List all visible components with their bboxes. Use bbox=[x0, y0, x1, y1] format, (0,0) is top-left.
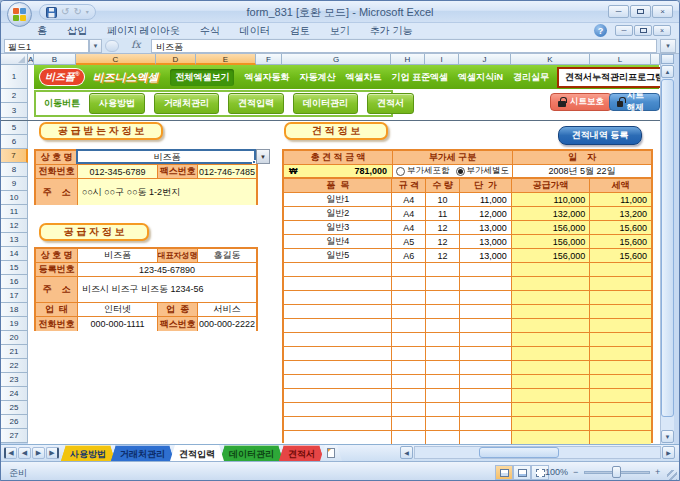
items-cell-qty[interactable] bbox=[426, 389, 460, 403]
supplier-biz-item-cell[interactable]: 서비스 bbox=[198, 303, 256, 317]
sheet-tab[interactable]: 견적입력 bbox=[170, 445, 224, 461]
formula-input[interactable]: 비즈폼 bbox=[151, 39, 657, 53]
items-cell-item[interactable] bbox=[284, 403, 392, 417]
formula-bar-expand-icon[interactable]: ▾ bbox=[660, 39, 676, 53]
row-header[interactable]: 22 bbox=[1, 359, 28, 373]
items-cell-qty[interactable] bbox=[426, 305, 460, 319]
move-button[interactable]: 거래처관리 bbox=[154, 93, 219, 114]
radio-selected-icon[interactable] bbox=[456, 167, 465, 176]
page-layout-view-icon[interactable] bbox=[513, 465, 531, 480]
customer-address-cell[interactable]: ○○시 ○○구 ○○동 1-2번지 bbox=[78, 179, 256, 205]
items-cell-qty[interactable] bbox=[426, 417, 460, 431]
items-cell-qty[interactable]: 12 bbox=[426, 235, 460, 249]
items-cell-tax[interactable]: 13,200 bbox=[590, 207, 651, 221]
active-cell-selection[interactable] bbox=[76, 149, 256, 164]
ribbon-tab[interactable]: 페이지 레이아웃 bbox=[97, 23, 190, 38]
items-cell-item[interactable] bbox=[284, 263, 392, 277]
items-cell-tax[interactable] bbox=[590, 291, 651, 305]
ribbon-tab[interactable]: 추가 기능 bbox=[360, 23, 423, 38]
row-header[interactable]: 20 bbox=[1, 331, 28, 345]
move-button[interactable]: 사용방법 bbox=[89, 93, 145, 114]
workbook-minimize-button[interactable]: ─ bbox=[615, 25, 633, 36]
items-cell-supply_amount[interactable] bbox=[512, 319, 591, 333]
row-header[interactable]: 3 bbox=[1, 103, 28, 118]
row-header[interactable]: 11 bbox=[1, 205, 28, 219]
horizontal-scrollbar[interactable]: ◀ ▶ bbox=[400, 446, 675, 459]
banner-menu-item[interactable]: 자동계산 bbox=[299, 71, 335, 84]
items-cell-spec[interactable]: A5 bbox=[392, 235, 426, 249]
items-cell-spec[interactable] bbox=[392, 333, 426, 347]
row-header[interactable]: 12 bbox=[1, 219, 28, 233]
items-cell-unit_price[interactable] bbox=[460, 417, 512, 431]
banner-menu-item[interactable]: 기업 표준엑셀 bbox=[391, 71, 448, 84]
items-cell-spec[interactable] bbox=[392, 361, 426, 375]
items-cell-unit_price[interactable] bbox=[460, 305, 512, 319]
items-cell-item[interactable] bbox=[284, 319, 392, 333]
items-cell-tax[interactable] bbox=[590, 347, 651, 361]
items-cell-spec[interactable] bbox=[392, 277, 426, 291]
items-cell-unit_price[interactable] bbox=[460, 347, 512, 361]
items-cell-spec[interactable] bbox=[392, 263, 426, 277]
items-cell-unit_price[interactable] bbox=[460, 291, 512, 305]
row-header[interactable]: 9 bbox=[1, 177, 28, 191]
items-cell-tax[interactable] bbox=[590, 431, 651, 444]
select-all-corner[interactable] bbox=[1, 54, 28, 65]
items-cell-qty[interactable]: 12 bbox=[426, 249, 460, 263]
items-cell-spec[interactable] bbox=[392, 347, 426, 361]
last-sheet-icon[interactable]: ▶ bbox=[46, 447, 59, 459]
items-cell-tax[interactable] bbox=[590, 375, 651, 389]
row-header[interactable]: 24 bbox=[1, 387, 28, 401]
items-cell-supply_amount[interactable] bbox=[512, 375, 591, 389]
vat-radio-option[interactable]: 부가세포함 bbox=[396, 165, 450, 177]
items-cell-qty[interactable] bbox=[426, 333, 460, 347]
banner-menu-item[interactable]: 엑셀차트 bbox=[345, 71, 381, 84]
sheet-tab[interactable]: 거래처관리 bbox=[111, 445, 174, 461]
zoom-in-icon[interactable]: + bbox=[655, 467, 660, 477]
items-cell-qty[interactable] bbox=[426, 431, 460, 444]
row-header[interactable]: 23 bbox=[1, 373, 28, 387]
resize-grip[interactable] bbox=[667, 470, 677, 480]
supplier-name-cell[interactable]: 비즈폼 bbox=[78, 249, 158, 263]
items-cell-item[interactable] bbox=[284, 431, 392, 444]
row-header[interactable]: 1 bbox=[1, 65, 28, 89]
row-header[interactable]: 14 bbox=[1, 247, 28, 261]
row-header[interactable]: 5 bbox=[1, 121, 28, 135]
items-cell-spec[interactable]: A6 bbox=[392, 249, 426, 263]
items-cell-item[interactable] bbox=[284, 417, 392, 431]
prev-sheet-icon[interactable]: ◀ bbox=[18, 447, 31, 459]
items-cell-qty[interactable]: 12 bbox=[426, 221, 460, 235]
minimize-button[interactable]: ─ bbox=[608, 5, 629, 18]
row-header[interactable]: 2 bbox=[1, 89, 28, 103]
scroll-down-icon[interactable]: ▼ bbox=[661, 430, 674, 443]
column-header[interactable]: D bbox=[156, 54, 196, 65]
ribbon-tab[interactable]: 수식 bbox=[190, 23, 230, 38]
items-cell-item[interactable]: 일반4 bbox=[284, 235, 392, 249]
name-box-dropdown-icon[interactable]: ▼ bbox=[89, 39, 102, 53]
supplier-address-cell[interactable]: 비즈시 비즈구 비즈동 1234-56 bbox=[78, 277, 256, 303]
normal-view-icon[interactable] bbox=[495, 465, 513, 480]
vertical-scroll-thumb[interactable] bbox=[661, 79, 674, 417]
items-cell-tax[interactable] bbox=[590, 333, 651, 347]
row-header[interactable]: 7 bbox=[1, 149, 28, 163]
items-cell-unit_price[interactable]: 13,000 bbox=[460, 235, 512, 249]
items-cell-qty[interactable] bbox=[426, 403, 460, 417]
items-cell-supply_amount[interactable] bbox=[512, 305, 591, 319]
items-cell-spec[interactable] bbox=[392, 417, 426, 431]
column-header[interactable]: B bbox=[34, 54, 76, 65]
ribbon-tab[interactable]: 홈 bbox=[27, 23, 57, 38]
supplier-ceo-cell[interactable]: 홍길동 bbox=[198, 249, 256, 263]
items-cell-spec[interactable] bbox=[392, 305, 426, 319]
workbook-close-button[interactable]: × bbox=[653, 25, 671, 36]
items-cell-tax[interactable]: 11,000 bbox=[590, 193, 651, 207]
sheet-tab[interactable]: 사용방법 bbox=[61, 445, 115, 461]
column-header[interactable] bbox=[651, 54, 660, 65]
items-cell-unit_price[interactable]: 13,000 bbox=[460, 221, 512, 235]
items-cell-supply_amount[interactable] bbox=[512, 347, 591, 361]
scroll-right-icon[interactable]: ▶ bbox=[662, 446, 675, 459]
first-sheet-icon[interactable]: ◀ bbox=[4, 447, 17, 459]
items-cell-item[interactable] bbox=[284, 305, 392, 319]
supplier-biz-type-cell[interactable]: 인터넷 bbox=[78, 303, 158, 317]
vertical-split-box[interactable] bbox=[661, 54, 674, 64]
items-cell-spec[interactable] bbox=[392, 375, 426, 389]
items-cell-supply_amount[interactable]: 132,000 bbox=[512, 207, 591, 221]
